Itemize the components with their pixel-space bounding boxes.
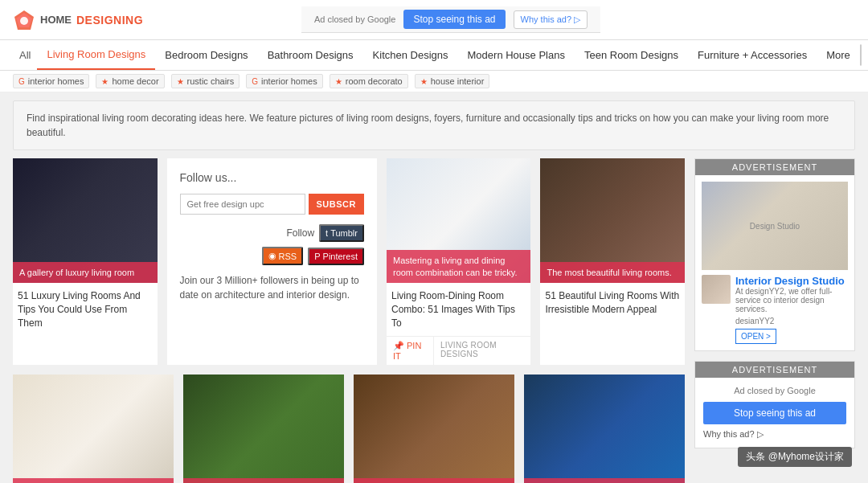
card-thumbnail: Green living rooms are modern,	[183, 375, 344, 483]
ad-closed-text: Ad closed by Google	[703, 386, 846, 395]
ad-studio-domain: desianYY2	[735, 317, 848, 325]
subscribe-input[interactable]	[180, 194, 305, 215]
nav-more[interactable]: More	[817, 41, 860, 69]
nav-modern-house[interactable]: Modern House Plans	[458, 41, 575, 69]
logo-home-text: HOME	[40, 14, 72, 26]
info-text: Find inspirational living room decoratin…	[27, 113, 829, 138]
ad-studio-desc: At designYY2, we offer full-service co i…	[735, 287, 848, 313]
card-image: Green living rooms are modern,	[183, 375, 344, 483]
card-image-label: The most beautiful living rooms.	[540, 262, 685, 283]
card-beautiful-living[interactable]: The most beautiful living rooms. 51 Beau…	[540, 158, 685, 365]
pinterest-label: Pinterest	[323, 252, 358, 261]
card-image: A curated collection of the best	[13, 375, 174, 483]
card-image: Mastering a living and dining room combi…	[387, 158, 531, 283]
main-nav: All Living Room Designs Bedroom Designs …	[0, 40, 868, 71]
logo[interactable]: HOME DESIGNING	[13, 9, 143, 31]
card-actions: 📌 PIN IT LIVING ROOM DESIGNS	[387, 336, 531, 365]
card-title: 51 Luxury Living Rooms And Tips You Coul…	[13, 283, 158, 336]
ad-studio-name[interactable]: Interior Design Studio	[735, 275, 848, 287]
card-thumbnail: Mastering a living and dining room combi…	[387, 158, 531, 283]
card-image-label: Green living rooms are modern,	[183, 478, 344, 483]
nav-furniture[interactable]: Furniture + Accessories	[688, 41, 817, 69]
pin-button[interactable]: 📌 PIN IT	[387, 337, 434, 365]
nav-living-room[interactable]: Living Room Designs	[37, 40, 155, 70]
subscribe-row: SUBSCR	[180, 194, 364, 215]
why-ad-button-2[interactable]: Why this ad? ▷	[703, 429, 764, 440]
logo-brand-text: DESIGNING	[76, 14, 143, 27]
why-ad-button[interactable]: Why this ad? ▷	[514, 10, 588, 29]
card-row-1: A gallery of luxury living room 51 Luxur…	[13, 158, 685, 365]
ad-open-button[interactable]: OPEN >	[735, 329, 776, 344]
rss-pinterest-row: ◉ RSS P Pinterest	[180, 247, 364, 265]
content-area: A gallery of luxury living room 51 Luxur…	[13, 158, 685, 483]
header-ad-bar: Ad closed by Google Stop seeing this ad …	[301, 6, 600, 33]
sub-tag-1[interactable]: ★home decor	[96, 74, 164, 88]
card-row-2: A curated collection of the best Green l…	[13, 375, 685, 483]
sidebar: ADVERTISEMENT Design Studio Interior Des…	[694, 158, 855, 483]
svg-point-2	[20, 17, 28, 25]
follow-description: Join our 3 Million+ followers in being u…	[180, 273, 364, 302]
sub-tag-5[interactable]: ★house interior	[415, 74, 490, 88]
sub-tag-4[interactable]: ★room decorato	[330, 74, 408, 88]
card-image: The most beautiful living rooms.	[540, 158, 685, 283]
watermark: 头条 @Myhome设计家	[738, 447, 852, 467]
ad-closed-text: Ad closed by Google	[314, 14, 396, 24]
tumblr-label: Tumblr	[330, 228, 358, 238]
sub-tag-3[interactable]: Ginterior homes	[246, 74, 322, 88]
card-dining-combo[interactable]: Mastering a living and dining room combi…	[387, 158, 531, 365]
nav-bathroom[interactable]: Bathroom Designs	[258, 41, 363, 69]
ad-label-2: ADVERTISEMENT	[695, 362, 854, 378]
search-input[interactable]	[861, 46, 862, 65]
card-green[interactable]: Green living rooms are modern,	[183, 375, 344, 483]
card-blue-rooms[interactable]: Jump into our world 30 Blue Living Rooms…	[524, 375, 685, 483]
rss-label: RSS	[279, 252, 297, 261]
info-bar: Find inspirational living room decoratin…	[13, 100, 855, 150]
why-ad-label-2: Why this ad? ▷	[703, 429, 764, 440]
card-image-label: A gallery of luxury living room	[13, 262, 158, 283]
subscribe-button[interactable]: SUBSCR	[309, 194, 364, 215]
ad-studio-text: Interior Design Studio At designYY2, we …	[735, 275, 848, 344]
card-image: The wall mounted flat screen TV	[354, 375, 514, 483]
card-image-label: A curated collection of the best	[13, 478, 174, 483]
card-luxury-living[interactable]: A gallery of luxury living room 51 Luxur…	[13, 158, 158, 365]
ad-content-1: Design Studio Interior Design Studio At …	[695, 175, 854, 350]
rss-button[interactable]: ◉ RSS	[262, 247, 304, 265]
tumblr-button[interactable]: t Tumblr	[319, 224, 364, 242]
tumblr-icon: t	[326, 228, 328, 238]
sub-tag-2[interactable]: ★rustic chairs	[171, 74, 240, 88]
follow-card: Follow us... SUBSCR Follow t Tumblr ◉ RS…	[167, 158, 377, 365]
card-image: Jump into our world	[524, 375, 685, 483]
logo-icon	[13, 9, 35, 31]
ad-studio-info: Interior Design Studio At designYY2, we …	[702, 275, 848, 344]
ad-image: Design Studio	[702, 182, 848, 270]
card-wall-tv[interactable]: The wall mounted flat screen TV 50 Ideas…	[354, 375, 514, 483]
card-image-label: Mastering a living and dining room combi…	[387, 250, 531, 283]
ad-studio-image	[702, 275, 731, 304]
sub-nav: Ginterior homes ★home decor ★rustic chai…	[0, 71, 868, 92]
nav-bedroom[interactable]: Bedroom Designs	[155, 41, 257, 69]
rss-icon: ◉	[268, 251, 276, 261]
card-thumbnail: A curated collection of the best	[13, 375, 174, 483]
nav-kitchen[interactable]: Kitchen Designs	[363, 41, 458, 69]
follow-label: Follow	[286, 227, 314, 239]
header: HOME DESIGNING Ad closed by Google Stop …	[0, 0, 868, 40]
room-link[interactable]: LIVING ROOM DESIGNS	[434, 337, 531, 365]
nav-search[interactable]: 🔍	[860, 44, 862, 66]
card-title: 51 Beautiful Living Rooms With Irresisti…	[540, 283, 685, 323]
card-thumbnail: The wall mounted flat screen TV	[354, 375, 514, 483]
ad-content-2: Ad closed by Google Stop seeing this ad …	[695, 378, 854, 448]
card-curated[interactable]: A curated collection of the best	[13, 375, 174, 483]
follow-title: Follow us...	[180, 171, 364, 184]
card-image-label: Jump into our world	[524, 478, 685, 483]
card-image-label: The wall mounted flat screen TV	[354, 478, 514, 483]
stop-ad-button[interactable]: Stop seeing this ad	[403, 10, 505, 29]
nav-all[interactable]: All	[13, 41, 37, 69]
stop-ad-button-2[interactable]: Stop seeing this ad	[703, 402, 846, 424]
nav-teen-room[interactable]: Teen Room Designs	[575, 41, 688, 69]
card-thumbnail: Jump into our world	[524, 375, 685, 483]
pinterest-button[interactable]: P Pinterest	[308, 248, 364, 265]
pinterest-icon: P	[314, 252, 320, 261]
sub-tag-0[interactable]: Ginterior homes	[13, 74, 89, 88]
main-content: A gallery of luxury living room 51 Luxur…	[0, 158, 868, 483]
card-thumbnail: A gallery of luxury living room	[13, 158, 158, 283]
